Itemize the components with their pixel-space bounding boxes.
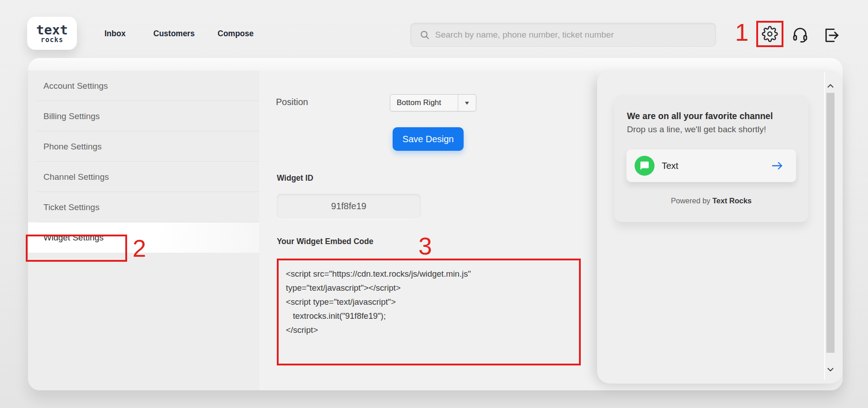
- embed-code-box[interactable]: <script src="https://cdn.text.rocks/js/w…: [277, 259, 581, 365]
- channel-label: Text: [662, 161, 771, 171]
- contact-card-subtitle: Drop us a line, we'll get back shortly!: [627, 125, 796, 134]
- position-dropdown-value: Bottom Right: [390, 98, 458, 107]
- sidebar-item-ticket-settings[interactable]: Ticket Settings: [28, 192, 259, 222]
- settings-annotation-box[interactable]: [756, 21, 783, 47]
- position-label: Position: [276, 97, 308, 107]
- logo-rocks: rocks: [41, 36, 63, 43]
- sidebar-item-channel-settings[interactable]: Channel Settings: [28, 162, 259, 192]
- save-design-button[interactable]: Save Design: [393, 127, 464, 151]
- embed-code-label: Your Widget Embed Code: [277, 237, 373, 246]
- nav-customers[interactable]: Customers: [153, 29, 194, 38]
- sidebar-item-label: Billing Settings: [43, 111, 100, 121]
- widget-id-label: Widget ID: [277, 173, 313, 183]
- scroll-up-icon[interactable]: [827, 84, 834, 88]
- nav-inbox[interactable]: Inbox: [104, 29, 126, 38]
- search-icon: [420, 30, 430, 40]
- help-panel: We are on all your favorite channel Drop…: [597, 70, 843, 384]
- sidebar-item-label: Channel Settings: [43, 172, 109, 182]
- scrollbar-thumb[interactable]: [826, 93, 835, 353]
- embed-code-text: <script src="https://cdn.text.rocks/js/w…: [286, 267, 572, 337]
- sidebar-item-label: Phone Settings: [43, 142, 102, 152]
- nav-compose[interactable]: Compose: [218, 29, 254, 38]
- powered-by-prefix: Powered by: [671, 197, 712, 205]
- widget-settings-screen: text rocks Inbox Customers Compose 1 Acc…: [0, 0, 868, 408]
- logout-icon[interactable]: [822, 26, 840, 44]
- sidebar-item-label: Account Settings: [43, 81, 108, 91]
- annotation-step-1: 1: [733, 19, 751, 45]
- powered-by-brand: Text Rocks: [712, 197, 752, 205]
- contact-card-title: We are on all your favorite channel: [627, 111, 796, 121]
- logo-text: text: [36, 24, 68, 36]
- text-channel-button[interactable]: Text: [626, 149, 796, 182]
- gear-icon[interactable]: [762, 26, 778, 42]
- sidebar-item-label: Widget Settings: [43, 233, 104, 243]
- annotation-step-3: 3: [415, 233, 435, 259]
- contact-card: We are on all your favorite channel Drop…: [614, 95, 808, 222]
- chevron-down-icon: ▼: [464, 100, 470, 106]
- support-headset-icon[interactable]: [791, 26, 809, 44]
- settings-content-container: Account Settings Billing Settings Phone …: [28, 58, 843, 390]
- widget-settings-main: Position Bottom Right ▼ Save Design Widg…: [259, 71, 597, 390]
- widget-id-value: 91f8fe19: [331, 201, 366, 211]
- widget-id-field[interactable]: 91f8fe19: [277, 194, 421, 219]
- sidebar-item-phone-settings[interactable]: Phone Settings: [28, 131, 259, 162]
- annotation-step-2: 2: [130, 235, 148, 261]
- search-input[interactable]: [435, 30, 716, 40]
- dropdown-arrow-cell[interactable]: ▼: [458, 95, 476, 111]
- powered-by: Powered by Text Rocks: [614, 197, 808, 205]
- sidebar-item-billing-settings[interactable]: Billing Settings: [28, 101, 259, 131]
- arrow-right-icon: [771, 160, 784, 171]
- position-dropdown[interactable]: Bottom Right ▼: [390, 94, 476, 111]
- chat-bubble-icon: [635, 156, 655, 176]
- app-logo[interactable]: text rocks: [27, 17, 77, 50]
- scroll-down-icon[interactable]: [827, 367, 834, 372]
- settings-sidebar: Account Settings Billing Settings Phone …: [28, 71, 259, 390]
- sidebar-item-account-settings[interactable]: Account Settings: [28, 71, 259, 101]
- search-bar[interactable]: [410, 23, 716, 47]
- sidebar-item-label: Ticket Settings: [43, 202, 100, 212]
- vertical-scrollbar[interactable]: [824, 72, 835, 380]
